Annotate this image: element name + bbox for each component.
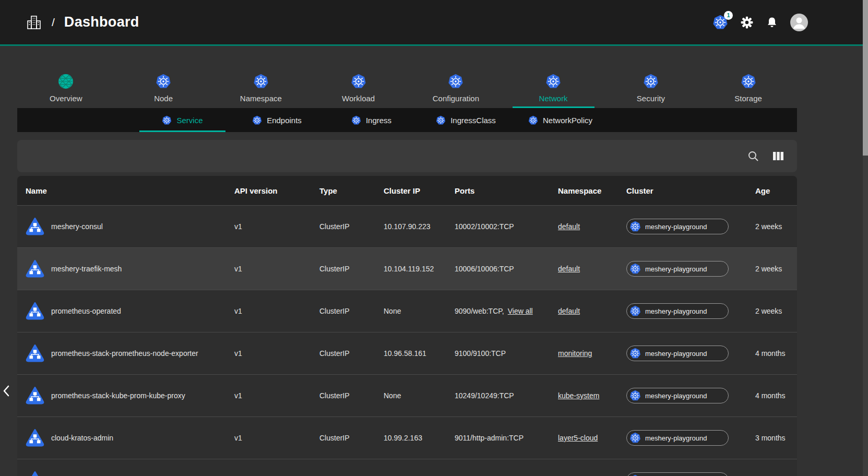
cluster-chip[interactable]: meshery-playground [626, 303, 729, 319]
table-row[interactable]: meshery meshery-playground [17, 459, 797, 476]
namespace-link[interactable]: default [558, 307, 580, 315]
resource-tab-label: Overview [50, 94, 82, 103]
resource-tab-label: Namespace [240, 94, 282, 103]
resource-tab-label: Configuration [433, 94, 479, 103]
search-icon[interactable] [747, 150, 759, 162]
sub-tab-service[interactable]: Service [135, 108, 230, 132]
resource-tab-security[interactable]: Security [602, 68, 700, 108]
table-row[interactable]: prometheus-operated v1 ClusterIP None 90… [17, 290, 797, 332]
kubernetes-icon [545, 74, 561, 89]
resource-tab-label: Security [637, 94, 665, 103]
cluster-cell: meshery-playground [618, 261, 747, 277]
service-icon [26, 429, 44, 447]
services-table: NameAPI versionTypeCluster IPPortsNamesp… [17, 176, 797, 476]
resource-tab-storage[interactable]: Storage [699, 68, 797, 108]
column-header-ports[interactable]: Ports [446, 186, 550, 195]
header-actions: 1 [712, 0, 808, 44]
namespace-cell: default [550, 265, 618, 273]
chevron-left-icon[interactable] [0, 379, 13, 403]
namespace-cell: layer5-cloud [550, 434, 618, 442]
service-name: prometheus-stack-kube-prom-kube-proxy [51, 391, 185, 400]
ports-cell: 10249/10249:TCP [446, 391, 550, 400]
resource-tab-label: Node [154, 94, 173, 103]
resource-tab-network[interactable]: Network [505, 68, 602, 108]
cluster-ip-cell: 10.99.2.163 [375, 434, 446, 442]
resource-tab-node[interactable]: Node [115, 68, 212, 108]
name-cell: meshery-traefik-mesh [17, 259, 226, 278]
ports-value: 9011/http-admin:TCP [455, 434, 524, 442]
resource-tab-namespace[interactable]: Namespace [212, 68, 310, 108]
column-header-cluster[interactable]: Cluster [618, 186, 747, 195]
table-row[interactable]: meshery-traefik-mesh v1 ClusterIP 10.104… [17, 247, 797, 290]
namespace-link[interactable]: monitoring [558, 349, 592, 358]
kubernetes-icon [629, 390, 641, 401]
cluster-ip-cell: 10.96.58.161 [375, 349, 446, 358]
sub-tab-endpoints[interactable]: Endpoints [230, 108, 324, 132]
kubernetes-icon [436, 115, 446, 125]
type-cell: ClusterIP [311, 434, 375, 442]
active-sub-tab-underline [139, 130, 225, 132]
age-cell: 2 weeks [747, 307, 797, 315]
namespace-link[interactable]: default [558, 222, 580, 231]
service-name: meshery-consul [51, 222, 103, 231]
gear-icon[interactable] [740, 16, 754, 29]
cluster-chip[interactable]: meshery-playground [626, 346, 729, 361]
organization-building-icon[interactable] [26, 14, 42, 31]
avatar[interactable] [790, 14, 808, 31]
column-header-type[interactable]: Type [311, 186, 375, 195]
resource-tab-configuration[interactable]: Configuration [407, 68, 505, 108]
cluster-chip[interactable]: meshery-playground [626, 472, 729, 476]
type-cell: ClusterIP [311, 349, 375, 358]
service-icon [26, 471, 44, 476]
cluster-cell: meshery-playground [618, 219, 747, 234]
cluster-chip[interactable]: meshery-playground [626, 261, 729, 277]
header-accent-divider [0, 44, 868, 46]
column-view-icon[interactable] [772, 151, 784, 161]
namespace-link[interactable]: default [558, 265, 580, 273]
column-header-api-version[interactable]: API version [226, 186, 311, 195]
table-row[interactable]: cloud-kratos-admin v1 ClusterIP 10.99.2.… [17, 416, 797, 459]
kubernetes-context-icon[interactable]: 1 [712, 15, 728, 30]
table-row[interactable]: meshery-consul v1 ClusterIP 10.107.90.22… [17, 205, 797, 247]
resource-tab-workload[interactable]: Workload [310, 68, 407, 108]
age-cell: 2 weeks [747, 265, 797, 273]
column-header-age[interactable]: Age [747, 186, 797, 195]
kubernetes-icon [162, 115, 172, 125]
resource-tab-label: Storage [734, 94, 762, 103]
cluster-chip[interactable]: meshery-playground [626, 388, 729, 403]
name-cell [17, 471, 226, 476]
ports-value: 9090/web:TCP, [455, 307, 504, 315]
column-header-namespace[interactable]: Namespace [550, 186, 618, 195]
cluster-cell: meshery-playground [618, 303, 747, 319]
service-name: prometheus-stack-prometheus-node-exporte… [51, 349, 198, 358]
cluster-chip-label: meshery-playground [645, 223, 707, 231]
kubernetes-icon [629, 348, 641, 359]
scrollbar-track[interactable] [863, 0, 868, 476]
bell-icon[interactable] [766, 16, 778, 29]
namespace-link[interactable]: kube-system [558, 391, 599, 400]
ports-value: 10002/10002:TCP [455, 222, 514, 231]
name-cell: prometheus-operated [17, 302, 226, 320]
column-header-name[interactable]: Name [17, 186, 226, 195]
type-cell: ClusterIP [311, 391, 375, 400]
sub-tab-ingress[interactable]: Ingress [324, 108, 419, 132]
name-cell: prometheus-stack-kube-prom-kube-proxy [17, 386, 226, 405]
name-cell: meshery-consul [17, 217, 226, 236]
cluster-chip[interactable]: meshery-playground [626, 219, 729, 234]
sub-tab-networkpolicy[interactable]: NetworkPolicy [513, 108, 608, 132]
kubernetes-icon [629, 263, 641, 275]
cluster-chip-label: meshery-playground [645, 434, 707, 442]
scrollbar-thumb[interactable] [863, 0, 868, 156]
resource-tab-overview[interactable]: Overview [17, 68, 115, 108]
namespace-link[interactable]: layer5-cloud [558, 434, 598, 442]
table-row[interactable]: prometheus-stack-kube-prom-kube-proxy v1… [17, 374, 797, 416]
service-icon [26, 386, 44, 405]
table-row[interactable]: prometheus-stack-prometheus-node-exporte… [17, 332, 797, 374]
resource-tabs: Overview Node Namespace Workload [17, 68, 797, 108]
view-all-link[interactable]: View all [508, 307, 533, 315]
ports-value: 10006/10006:TCP [455, 265, 514, 273]
service-icon [26, 344, 44, 363]
sub-tab-ingressclass[interactable]: IngressClass [419, 108, 513, 132]
cluster-chip[interactable]: meshery-playground [626, 430, 729, 446]
column-header-cluster-ip[interactable]: Cluster IP [375, 186, 446, 195]
